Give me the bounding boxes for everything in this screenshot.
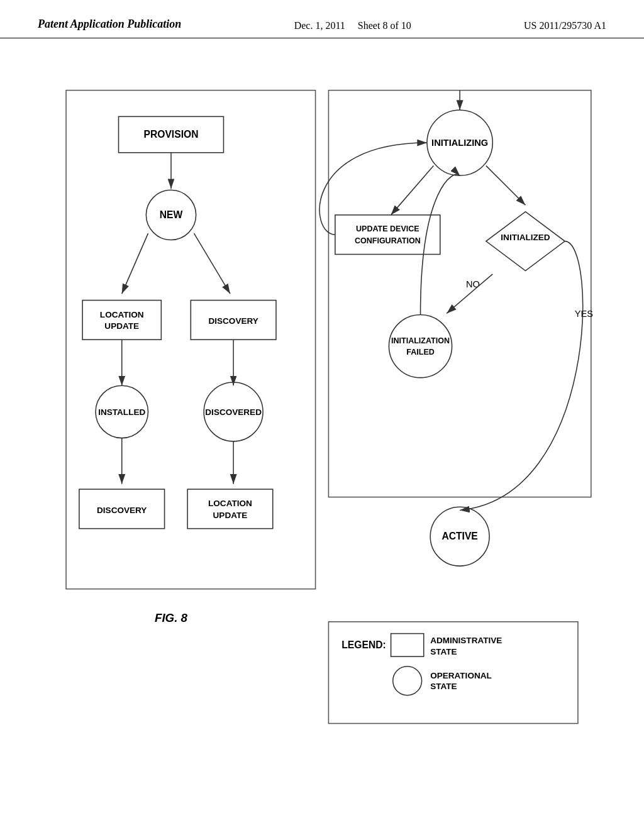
svg-line-6	[122, 233, 148, 294]
svg-text:UPDATE DEVICE: UPDATE DEVICE	[356, 224, 419, 233]
date-text: Dec. 1, 2011	[294, 20, 345, 31]
publication-number: US 2011/295730 A1	[524, 20, 606, 31]
svg-text:FIG. 8: FIG. 8	[155, 611, 188, 624]
svg-text:UPDATE: UPDATE	[213, 511, 248, 520]
svg-text:FAILED: FAILED	[406, 348, 435, 357]
svg-text:CONFIGURATION: CONFIGURATION	[355, 236, 421, 245]
svg-text:NEW: NEW	[160, 209, 183, 220]
svg-text:INITIALIZING: INITIALIZING	[431, 138, 488, 148]
svg-text:INSTALLED: INSTALLED	[98, 407, 145, 417]
svg-text:LOCATION: LOCATION	[100, 310, 144, 319]
svg-point-39	[389, 314, 452, 377]
sheet-text: Sheet 8 of 10	[358, 20, 411, 31]
svg-text:INITIALIZATION: INITIALIZATION	[391, 336, 450, 345]
svg-line-7	[194, 233, 230, 294]
svg-text:UPDATE: UPDATE	[104, 321, 139, 331]
svg-text:LEGEND:: LEGEND:	[341, 639, 386, 650]
svg-text:DISCOVERY: DISCOVERY	[97, 506, 147, 515]
svg-text:ADMINISTRATIVE: ADMINISTRATIVE	[430, 636, 502, 645]
svg-text:OPERATIONAL: OPERATIONAL	[430, 671, 492, 680]
page-header: Patent Application Publication Dec. 1, 2…	[0, 0, 644, 38]
svg-rect-23	[187, 489, 273, 529]
svg-text:ACTIVE: ACTIVE	[441, 531, 477, 541]
svg-line-30	[486, 166, 526, 206]
svg-text:LOCATION: LOCATION	[208, 499, 252, 508]
svg-rect-8	[82, 301, 161, 340]
svg-point-49	[393, 667, 422, 695]
diagram-svg: PROVISION NEW LOCATION UPDATE DISCOVERY	[25, 51, 619, 805]
publication-title: Patent Application Publication	[38, 18, 181, 31]
svg-line-29	[391, 166, 434, 215]
svg-text:NO: NO	[466, 279, 480, 289]
diagram-area: PROVISION NEW LOCATION UPDATE DISCOVERY	[25, 51, 619, 805]
svg-text:STATE: STATE	[430, 647, 457, 656]
svg-text:PROVISION: PROVISION	[144, 129, 199, 140]
svg-text:DISCOVERY: DISCOVERY	[208, 316, 258, 326]
svg-rect-46	[391, 634, 424, 657]
svg-rect-26	[328, 91, 591, 497]
page-content: PROVISION NEW LOCATION UPDATE DISCOVERY	[0, 38, 644, 818]
publication-date: Dec. 1, 2011 Sheet 8 of 10	[294, 20, 411, 31]
svg-text:INITIALIZED: INITIALIZED	[501, 233, 550, 242]
svg-text:YES: YES	[575, 309, 593, 319]
svg-text:DISCOVERED: DISCOVERED	[205, 407, 262, 417]
svg-text:STATE: STATE	[430, 682, 457, 691]
